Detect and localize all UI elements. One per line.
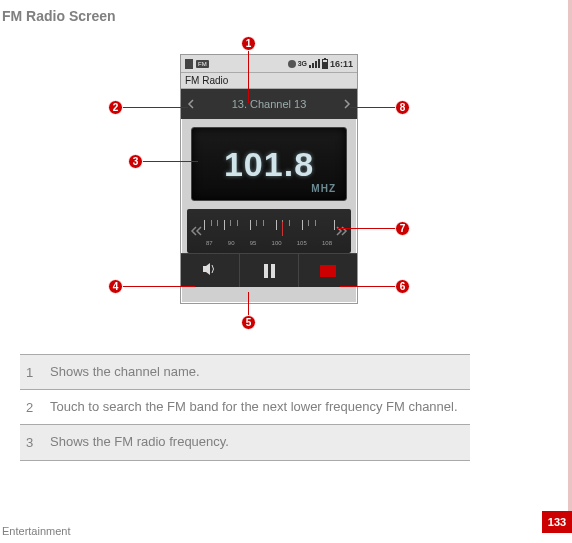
clock-time: 16:11 [330, 59, 353, 69]
dial-label: 87 [206, 240, 213, 246]
speaker-icon [202, 262, 218, 279]
channel-name: 13. Channel 13 [232, 98, 307, 110]
control-bar [181, 253, 357, 287]
seek-up-button[interactable] [333, 209, 351, 253]
play-pause-button[interactable] [240, 254, 299, 287]
phone-mockup: FM 3G 16:11 FM Radio 13. Channel 13 101.… [180, 54, 358, 304]
table-row: 2 Touch to search the FM band for the ne… [20, 390, 470, 425]
table-row: 1 Shows the channel name. [20, 355, 470, 390]
pause-icon [264, 264, 275, 278]
frequency-display: 101.8 MHZ [191, 127, 347, 201]
callout-marker-8: 8 [395, 100, 410, 115]
row-text: Shows the channel name. [50, 363, 464, 381]
callout-marker-6: 6 [395, 279, 410, 294]
dial-label: 95 [250, 240, 257, 246]
tuning-indicator [282, 222, 283, 236]
callout-marker-3: 3 [128, 154, 143, 169]
channel-row: 13. Channel 13 [181, 89, 357, 119]
page-number-tab: 133 [542, 511, 572, 533]
leader-line [350, 107, 395, 108]
description-table: 1 Shows the channel name. 2 Touch to sea… [20, 354, 470, 461]
footer-section-label: Entertainment [2, 525, 70, 537]
leader-line [340, 286, 395, 287]
table-row: 3 Shows the FM radio frequency. [20, 425, 470, 460]
next-channel-button[interactable] [337, 89, 357, 119]
tick-area [204, 220, 334, 232]
figure-area: FM 3G 16:11 FM Radio 13. Channel 13 101.… [0, 34, 572, 334]
dial-label: 105 [297, 240, 307, 246]
battery-icon [322, 59, 328, 69]
fm-badge: FM [196, 60, 209, 68]
frequency-unit: MHZ [311, 183, 336, 194]
leader-line [123, 286, 195, 287]
callout-marker-2: 2 [108, 100, 123, 115]
dial-label: 108 [322, 240, 332, 246]
page-title: FM Radio Screen [0, 0, 572, 24]
row-number: 1 [26, 365, 50, 380]
seek-down-button[interactable] [187, 209, 205, 253]
frequency-ruler[interactable]: 87 90 95 100 105 108 [204, 216, 334, 246]
record-button[interactable] [299, 254, 357, 287]
callout-marker-1: 1 [241, 36, 256, 51]
leader-line [248, 51, 249, 103]
leader-line [248, 292, 249, 315]
tuning-dial: 87 90 95 100 105 108 [187, 209, 351, 253]
signal-bars-icon [309, 59, 320, 68]
row-number: 3 [26, 435, 50, 450]
callout-marker-4: 4 [108, 279, 123, 294]
row-text: Touch to search the FM band for the next… [50, 398, 464, 416]
status-bar: FM 3G 16:11 [181, 55, 357, 73]
frequency-value: 101.8 [224, 145, 314, 184]
row-text: Shows the FM radio frequency. [50, 433, 464, 451]
antenna-icon [185, 59, 193, 69]
network-3g-label: 3G [298, 60, 307, 67]
app-title: FM Radio [181, 73, 357, 89]
callout-marker-7: 7 [395, 221, 410, 236]
leader-line [123, 107, 188, 108]
row-number: 2 [26, 400, 50, 415]
speaker-button[interactable] [181, 254, 240, 287]
leader-line [338, 228, 395, 229]
dial-label: 90 [228, 240, 235, 246]
prev-channel-button[interactable] [181, 89, 201, 119]
seek-left-icon [190, 226, 202, 236]
record-icon [320, 265, 336, 277]
gps-icon [288, 60, 296, 68]
dial-labels: 87 90 95 100 105 108 [204, 240, 334, 246]
callout-marker-5: 5 [241, 315, 256, 330]
dial-label: 100 [272, 240, 282, 246]
leader-line [143, 161, 198, 162]
